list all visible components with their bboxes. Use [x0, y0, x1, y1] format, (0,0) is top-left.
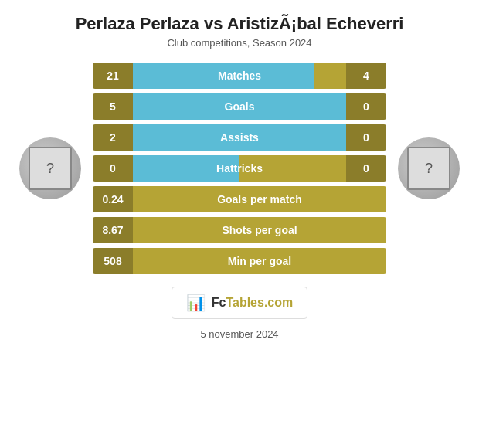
comparison-area: ? 21Matches45Goals02Assists00Hattricks00…	[8, 63, 471, 274]
stat-label: Goals per match	[217, 193, 302, 205]
player-right-image: ?	[407, 147, 450, 190]
stat-bar: Matches	[133, 63, 346, 89]
stat-left-value: 2	[93, 124, 133, 151]
stat-row: 21Matches4	[93, 63, 386, 89]
stat-label: Hattricks	[216, 162, 263, 175]
stat-left-value: 8.67	[93, 217, 133, 243]
stat-bar: Shots per goal	[133, 217, 386, 243]
stat-row: 5Goals0	[93, 93, 386, 120]
avatar-circle-left: ?	[19, 137, 81, 199]
stat-right-value: 0	[346, 124, 386, 151]
stat-label: Matches	[218, 70, 261, 82]
stat-left-value: 21	[93, 63, 133, 89]
stat-label: Min per goal	[228, 255, 291, 267]
fctables-logo: 📊 FcTables.com	[172, 287, 308, 319]
avatar-circle-right: ?	[398, 137, 460, 199]
main-container: Perlaza Perlaza vs AristizÃ¡bal Echeverr…	[0, 0, 479, 448]
stat-right-value: 0	[346, 93, 386, 120]
match-subtitle: Club competitions, Season 2024	[167, 37, 311, 49]
logo-icon: 📊	[186, 294, 206, 312]
stat-bar: Goals per match	[133, 186, 386, 212]
stat-row: 8.67Shots per goal	[93, 217, 386, 243]
stat-left-value: 0.24	[93, 186, 133, 212]
stat-left-value: 508	[93, 248, 133, 274]
player-left-image: ?	[29, 147, 72, 190]
match-title: Perlaza Perlaza vs AristizÃ¡bal Echeverr…	[76, 14, 404, 34]
player-right-avatar: ?	[386, 137, 471, 199]
stat-bar: Min per goal	[133, 248, 386, 274]
stat-left-value: 5	[93, 93, 133, 120]
stat-right-value: 0	[346, 155, 386, 182]
stat-left-value: 0	[93, 155, 133, 182]
stat-bar: Assists	[133, 124, 346, 151]
stat-row: 0.24Goals per match	[93, 186, 386, 212]
stat-label: Shots per goal	[222, 224, 297, 236]
player-left-avatar: ?	[8, 137, 93, 199]
stat-label: Goals	[225, 100, 255, 113]
stat-label: Assists	[220, 131, 259, 144]
stats-area: 21Matches45Goals02Assists00Hattricks00.2…	[93, 63, 386, 274]
stat-row: 2Assists0	[93, 124, 386, 151]
stat-bar: Hattricks	[133, 155, 346, 182]
stat-right-value: 4	[346, 63, 386, 89]
stat-row: 508Min per goal	[93, 248, 386, 274]
footer-date: 5 november 2024	[200, 328, 278, 340]
stat-row: 0Hattricks0	[93, 155, 386, 182]
logo-text: FcTables.com	[212, 296, 294, 310]
stat-bar: Goals	[133, 93, 346, 120]
